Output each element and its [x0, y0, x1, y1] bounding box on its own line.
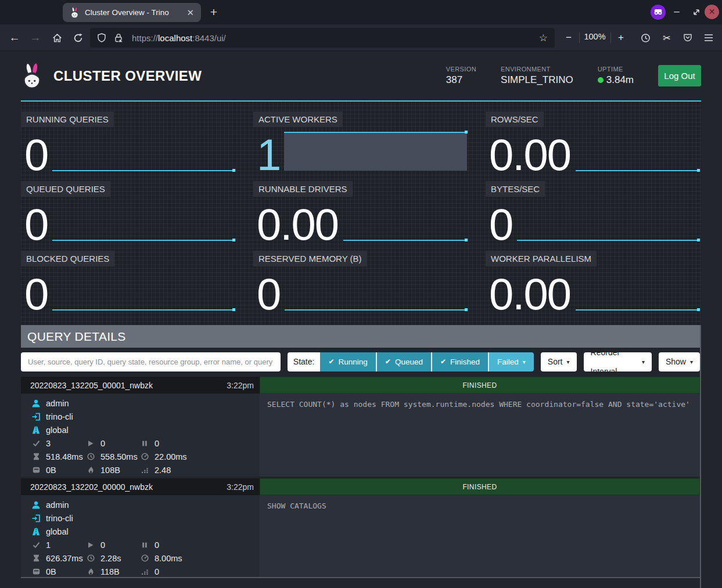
- wall-time: 518.48ms: [46, 452, 83, 461]
- screenshot-icon[interactable]: ✂: [659, 30, 674, 45]
- query-row: 20220823_132205_00001_nwbzk 3:22pm FINIS…: [21, 377, 700, 477]
- stat-value: 1: [257, 133, 280, 177]
- query-time: 3:22pm: [227, 482, 254, 492]
- peak-memory-fire-icon: [86, 568, 95, 575]
- user-icon: [31, 501, 41, 509]
- tab-title: Cluster Overview - Trino: [85, 8, 185, 17]
- state-filter-finished[interactable]: ✔Finished: [431, 352, 488, 371]
- reorder-interval-dropdown[interactable]: Reorder Interval▾: [584, 352, 652, 371]
- cpu-time: 8.00ms: [155, 554, 182, 563]
- logout-button[interactable]: Log Out: [658, 65, 701, 86]
- stat-tile-worker-parallelism: WORKER PARALLELISM 0.00: [486, 251, 701, 312]
- wall-time: 626.37ms: [46, 554, 83, 563]
- cumulative-memory: 2.48: [155, 466, 171, 475]
- browser-titlebar: Cluster Overview - Trino ✕ + – ✕: [0, 0, 722, 24]
- stat-label: QUEUED QUERIES: [21, 181, 110, 197]
- state-filter-running[interactable]: ✔Running: [320, 352, 375, 371]
- version-label: VERSION: [446, 66, 476, 73]
- stat-label: BYTES/SEC: [486, 181, 545, 197]
- home-button[interactable]: [49, 30, 64, 45]
- stat-value: 0: [24, 272, 48, 316]
- stat-value: 0: [24, 203, 48, 247]
- forward-button[interactable]: →: [28, 30, 43, 45]
- total-time-clock-icon: [86, 453, 95, 460]
- completed-splits: 1: [46, 540, 51, 550]
- current-memory-disk-icon: [31, 466, 41, 474]
- url-bar[interactable]: https://localhost:8443/ui/ ☆: [90, 28, 555, 48]
- query-header: 20220823_132205_00001_nwbzk 3:22pm: [21, 377, 260, 394]
- browser-tab[interactable]: Cluster Overview - Trino ✕: [63, 3, 201, 22]
- reload-button[interactable]: [70, 30, 85, 45]
- stat-value: 0.00: [257, 203, 338, 247]
- pocket-icon[interactable]: [680, 30, 695, 45]
- show-dropdown[interactable]: Show▾: [659, 352, 700, 371]
- environment-label: ENVIRONMENT: [501, 66, 573, 73]
- stat-value: 0: [489, 203, 512, 247]
- query-filter-toolbar: State: ✔Running ✔Queued ✔Finished Failed…: [21, 352, 700, 371]
- sparkline: [52, 170, 235, 171]
- check-icon: ✔: [328, 352, 334, 371]
- running-splits-play-icon: [86, 542, 95, 549]
- query-resource-group: global: [46, 527, 69, 536]
- zoom-out-button[interactable]: −: [561, 30, 576, 45]
- sparkline-filled: [284, 132, 467, 171]
- new-tab-button[interactable]: +: [206, 4, 222, 20]
- stat-value: 0.00: [489, 133, 570, 177]
- caret-down-icon: ▾: [690, 352, 693, 371]
- query-id-link[interactable]: 20220823_132202_00000_nwbzk: [30, 482, 153, 492]
- cluster-header: CLUSTER OVERVIEW VERSION 387 ENVIRONMENT…: [0, 51, 722, 100]
- history-clock-icon[interactable]: [638, 30, 653, 45]
- stat-label: RUNNING QUERIES: [21, 111, 114, 127]
- running-splits-play-icon: [86, 440, 95, 447]
- query-stats: admin trino-cli global 3 0 0 518.48ms 55…: [21, 394, 260, 477]
- stat-label: ROWS/SEC: [486, 111, 544, 127]
- zoom-in-button[interactable]: +: [613, 30, 628, 45]
- uptime-status-dot: [598, 77, 604, 83]
- environment-group: ENVIRONMENT SIMPLE_TRINO: [501, 66, 573, 86]
- running-splits: 0: [100, 540, 105, 550]
- stat-label: ACTIVE WORKERS: [253, 111, 343, 127]
- tab-close-icon[interactable]: ✕: [185, 8, 195, 18]
- queued-splits-pause-icon: [140, 542, 149, 549]
- sparkline: [517, 240, 699, 241]
- stat-tile-reserved-memory: RESERVED MEMORY (B) 0: [253, 251, 469, 312]
- stats-grid: RUNNING QUERIES 0 ACTIVE WORKERS 1 ROWS/…: [21, 102, 701, 325]
- state-filter-failed-dropdown[interactable]: Failed▾: [488, 352, 534, 371]
- menu-hamburger-icon[interactable]: [701, 30, 716, 45]
- lock-warning-icon[interactable]: [114, 33, 124, 43]
- stat-value: 0.00: [489, 272, 570, 316]
- page-title: CLUSTER OVERVIEW: [53, 68, 202, 84]
- stat-tile-blocked-queries: BLOCKED QUERIES 0: [21, 251, 236, 312]
- back-button[interactable]: ←: [7, 30, 22, 45]
- wall-time-hourglass-icon: [31, 453, 41, 460]
- query-sql-text: SHOW CATALOGS: [260, 495, 700, 577]
- state-filter-group: State: ✔Running ✔Queued ✔Finished Failed…: [288, 352, 534, 371]
- window-close-button[interactable]: ✕: [705, 5, 719, 19]
- stat-label: RESERVED MEMORY (B): [253, 251, 367, 266]
- caret-down-icon: ▾: [523, 352, 526, 371]
- zoom-level[interactable]: 100%: [582, 32, 608, 41]
- sparkline: [285, 309, 467, 311]
- query-source: trino-cli: [46, 412, 73, 421]
- toolbar-divider: [579, 33, 580, 43]
- sparkline: [52, 309, 235, 311]
- sparkline: [343, 240, 467, 241]
- stat-value: 0: [24, 133, 48, 177]
- peak-memory: 118B: [100, 567, 120, 576]
- shield-icon[interactable]: [97, 33, 106, 42]
- bookmark-star-icon[interactable]: ☆: [539, 32, 548, 44]
- query-id-link[interactable]: 20220823_132205_00001_nwbzk: [30, 381, 153, 390]
- window-maximize-button[interactable]: [692, 8, 701, 17]
- cpu-time-gauge-icon: [140, 453, 149, 460]
- query-search-input[interactable]: [21, 352, 281, 371]
- query-status-badge: FINISHED: [260, 377, 700, 394]
- stat-tile-runnable-drivers: RUNNABLE DRIVERS 0.00: [253, 181, 469, 243]
- query-time: 3:22pm: [227, 381, 254, 390]
- version-value: 387: [446, 74, 476, 86]
- state-filter-queued[interactable]: ✔Queued: [376, 352, 431, 371]
- cumulative-memory-chart-icon: [140, 568, 149, 575]
- window-minimize-button[interactable]: –: [670, 4, 683, 19]
- sort-dropdown[interactable]: Sort▾: [541, 352, 577, 371]
- check-icon: ✔: [440, 352, 446, 371]
- resource-group-road-icon: [31, 528, 41, 536]
